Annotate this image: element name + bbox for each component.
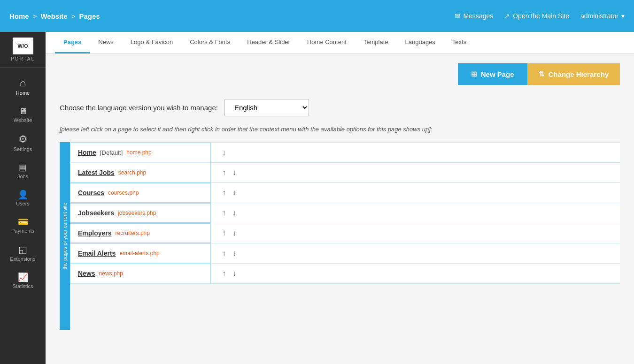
message-icon: ✉	[455, 12, 460, 20]
vertical-label-bar: the pages of your current site	[60, 142, 70, 330]
change-hierarchy-button[interactable]: ⇅ Change Hierarchy	[527, 63, 620, 85]
buttons-row: ⊞ New Page ⇅ Change Hierarchy	[60, 63, 620, 85]
arrow-down-button[interactable]: ↓	[231, 208, 238, 218]
arrow-down-button[interactable]: ↓	[231, 248, 238, 258]
page-arrows: ↑ ↓	[216, 208, 238, 218]
vertical-label: the pages of your current site	[62, 198, 68, 274]
sidebar-item-website[interactable]: 🖥 Website	[0, 101, 46, 129]
language-select[interactable]: English Spanish French German	[224, 99, 309, 116]
page-name: Courses	[78, 189, 104, 197]
page-file: courses.php	[108, 190, 139, 196]
tab-languages[interactable]: Languages	[397, 32, 444, 53]
page-file: jobseekers.php	[118, 210, 156, 216]
sidebar-item-extensions[interactable]: ◱ Extensions	[0, 239, 46, 267]
new-page-button[interactable]: ⊞ New Page	[458, 63, 527, 85]
open-site-link[interactable]: ↗ Open the Main Site	[504, 12, 569, 20]
tab-news[interactable]: News	[90, 32, 122, 53]
sidebar-label-jobs: Jobs	[17, 174, 28, 179]
content-area: Pages News Logo & Favicon Colors & Fonts…	[46, 32, 634, 364]
extensions-icon: ◱	[18, 245, 27, 254]
tab-texts[interactable]: Texts	[444, 32, 475, 53]
messages-label: Messages	[463, 12, 493, 20]
gear-icon: ⚙	[18, 134, 28, 144]
sidebar-label-website: Website	[14, 117, 32, 123]
breadcrumb-website[interactable]: Website	[40, 12, 67, 20]
sidebar-item-jobs[interactable]: ▤ Jobs	[0, 158, 46, 185]
table-row: News news.php ↑ ↓	[70, 263, 620, 284]
sidebar-label-statistics: Statistics	[12, 283, 33, 289]
table-row: Courses courses.php ↑ ↓	[70, 182, 620, 203]
page-content: ⊞ New Page ⇅ Change Hierarchy Choose the…	[46, 54, 634, 364]
tab-template[interactable]: Template	[355, 32, 397, 53]
breadcrumb-sep-2: >	[71, 12, 76, 20]
table-row: Jobseekers jobseekers.php ↑ ↓	[70, 203, 620, 223]
page-arrows: ↑ ↓	[216, 228, 238, 238]
tab-logo-favicon[interactable]: Logo & Favicon	[122, 32, 181, 53]
arrow-up-button[interactable]: ↑	[220, 188, 228, 198]
page-name: Email Alerts	[78, 250, 116, 257]
page-file: news.php	[99, 270, 123, 277]
page-item-latest-jobs[interactable]: Latest Jobs search.php	[70, 163, 211, 182]
new-page-icon: ⊞	[471, 70, 477, 78]
breadcrumb-area: Home > Website > Pages	[9, 12, 455, 20]
external-link-icon: ↗	[504, 12, 510, 20]
tab-header-slider[interactable]: Header & Slider	[239, 32, 299, 53]
page-arrows: ↑ ↓	[216, 188, 238, 198]
sidebar-logo: W/O PORTAL	[0, 32, 46, 68]
page-item-employers[interactable]: Employers recruiters.php	[70, 223, 211, 243]
table-row: Email Alerts email-alerts.php ↑ ↓	[70, 243, 620, 263]
arrow-up-button[interactable]: ↑	[220, 167, 228, 178]
chevron-down-icon: ▾	[621, 12, 625, 20]
tab-colors-fonts[interactable]: Colors & Fonts	[181, 32, 239, 53]
hierarchy-icon: ⇅	[539, 70, 545, 78]
arrow-down-button[interactable]: ↓	[231, 167, 238, 178]
tab-home-content[interactable]: Home Content	[299, 32, 355, 53]
page-item-email-alerts[interactable]: Email Alerts email-alerts.php	[70, 243, 211, 263]
pages-list: Home [Default] home.php ↓ Latest Jobs se…	[70, 142, 620, 330]
sidebar-item-payments[interactable]: 💳 Payments	[0, 212, 46, 239]
logo-portal-text: PORTAL	[11, 56, 35, 61]
language-selector-row: Choose the language version you wish to …	[60, 99, 620, 116]
sidebar-item-settings[interactable]: ⚙ Settings	[0, 129, 46, 158]
arrow-down-button[interactable]: ↓	[231, 228, 238, 238]
page-item-jobseekers[interactable]: Jobseekers jobseekers.php	[70, 203, 211, 223]
sidebar-item-statistics[interactable]: 📈 Statistics	[0, 267, 46, 295]
breadcrumb-home[interactable]: Home	[9, 12, 29, 20]
arrow-up-button[interactable]: ↑	[220, 208, 228, 218]
main-layout: W/O PORTAL ⌂ Home 🖥 Website ⚙ Settings ▤…	[0, 32, 634, 364]
sidebar-item-home[interactable]: ⌂ Home	[0, 72, 46, 101]
sidebar-label-payments: Payments	[11, 228, 34, 234]
page-name: Home	[78, 149, 96, 156]
page-arrows: ↑ ↓	[216, 248, 238, 258]
page-name: Employers	[78, 229, 112, 237]
page-file: email-alerts.php	[119, 250, 159, 257]
arrow-down-button[interactable]: ↓	[220, 147, 228, 158]
top-bar-actions: ✉ Messages ↗ Open the Main Site administ…	[455, 12, 625, 20]
page-item-news[interactable]: News news.php	[70, 264, 211, 283]
sidebar-label-users: Users	[16, 201, 30, 206]
language-label: Choose the language version you wish to …	[60, 104, 218, 112]
open-site-label: Open the Main Site	[513, 12, 569, 20]
messages-link[interactable]: ✉ Messages	[455, 12, 493, 20]
arrow-up-button[interactable]: ↑	[220, 268, 228, 279]
page-file: search.php	[118, 169, 146, 176]
sidebar-label-extensions: Extensions	[10, 256, 36, 262]
page-name: News	[78, 270, 95, 277]
change-hierarchy-label: Change Hierarchy	[549, 70, 609, 78]
arrow-down-button[interactable]: ↓	[231, 188, 238, 198]
sidebar-label-settings: Settings	[14, 146, 32, 152]
user-menu[interactable]: administrator ▾	[580, 12, 625, 20]
page-file: recruiters.php	[116, 230, 150, 236]
page-item-courses[interactable]: Courses courses.php	[70, 183, 211, 203]
page-arrows: ↑ ↓	[216, 268, 238, 279]
breadcrumb-pages[interactable]: Pages	[79, 12, 100, 20]
arrow-up-button[interactable]: ↑	[220, 248, 228, 258]
table-row: Employers recruiters.php ↑ ↓	[70, 223, 620, 243]
sidebar: ⌂ Home 🖥 Website ⚙ Settings ▤ Jobs 👤 Use…	[0, 68, 46, 295]
page-item-home[interactable]: Home [Default] home.php	[70, 143, 211, 162]
sidebar-item-users[interactable]: 👤 Users	[0, 185, 46, 212]
page-arrows: ↓	[216, 147, 228, 158]
tab-pages[interactable]: Pages	[55, 32, 90, 53]
arrow-down-button[interactable]: ↓	[231, 268, 238, 279]
arrow-up-button[interactable]: ↑	[220, 228, 228, 238]
